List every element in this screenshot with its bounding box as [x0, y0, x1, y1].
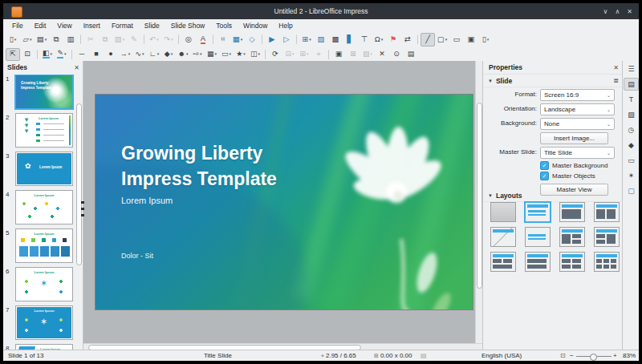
- zoom-fit-icon[interactable]: ⊡: [560, 352, 566, 359]
- sidebar-menu[interactable]: ☰: [624, 63, 639, 75]
- fill-color[interactable]: ◧: [40, 48, 55, 61]
- layout-four-content[interactable]: [559, 252, 585, 272]
- copy[interactable]: ⧉: [98, 33, 112, 47]
- image-filter[interactable]: ▨: [360, 48, 375, 61]
- menu-item[interactable]: Insert: [78, 19, 106, 31]
- tab-animation[interactable]: ✶: [624, 169, 639, 182]
- show-draw-functions[interactable]: ⇄: [400, 33, 415, 47]
- slide-subtitle-text[interactable]: Lorem Ipsum: [121, 196, 173, 205]
- new-slide[interactable]: ▯: [478, 33, 493, 47]
- cut[interactable]: ✂: [83, 33, 98, 47]
- separator[interactable]: [144, 34, 144, 44]
- slide-thumbnail-image[interactable]: Lorem Ipsum: [15, 267, 73, 301]
- layout-title-slide[interactable]: [525, 202, 551, 222]
- star-shapes[interactable]: ★: [234, 48, 248, 61]
- separator[interactable]: [37, 50, 38, 59]
- layout-two-content-and-content[interactable]: [594, 227, 620, 247]
- rotate[interactable]: ⟳: [268, 48, 282, 61]
- insert-line[interactable]: ╱: [421, 33, 435, 47]
- tab-gallery[interactable]: ▨: [624, 108, 639, 121]
- separator[interactable]: [71, 50, 72, 59]
- slide-thumbnail-image[interactable]: Lorem Ipsum: [15, 152, 73, 186]
- tab-navigator[interactable]: ◷: [624, 123, 639, 136]
- insert-chart[interactable]: ▋: [343, 33, 357, 47]
- insert-header-footer[interactable]: ▣: [464, 33, 478, 47]
- undo[interactable]: ↶: [147, 33, 161, 47]
- slide-thumbnail-1[interactable]: 1Growing Liberty Impress Template: [3, 75, 75, 109]
- insert-image-button[interactable]: Insert Image...: [540, 132, 608, 144]
- symbol-shapes[interactable]: ☻: [176, 48, 190, 61]
- current-slide[interactable]: Growing LibertyImpress Template Lorem Ip…: [95, 94, 473, 310]
- insert-image[interactable]: ▨: [314, 33, 328, 47]
- insert-fontwork[interactable]: ▭: [449, 33, 464, 47]
- layout-two-content-over-content[interactable]: [490, 252, 516, 272]
- scrollbar-thumb[interactable]: [76, 103, 82, 265]
- paste[interactable]: ▧: [112, 33, 127, 47]
- new[interactable]: ▯: [6, 33, 20, 47]
- tab-properties[interactable]: ▤: [624, 78, 639, 91]
- slide-thumbnail-2[interactable]: 2Lorem Ipsum: [3, 113, 75, 148]
- format-select[interactable]: Screen 16:9⌄: [540, 89, 615, 101]
- line-color[interactable]: ✎: [55, 48, 69, 61]
- arrange[interactable]: ⊞: [297, 48, 311, 61]
- tab-slide-transition[interactable]: ▭: [624, 154, 639, 167]
- clone-formatting[interactable]: ✎: [127, 33, 141, 47]
- separator[interactable]: [328, 50, 329, 59]
- insert-line[interactable]: ─: [75, 48, 89, 61]
- lines-and-arrows[interactable]: →: [118, 48, 132, 61]
- 3d-objects[interactable]: ◫: [248, 48, 262, 61]
- layout-title-two-content[interactable]: [594, 202, 620, 222]
- tab-master-slides[interactable]: ▢: [624, 184, 639, 197]
- slide-thumbnail-image[interactable]: Lorem Ipsum: [15, 305, 73, 340]
- slide-thumbnail-image[interactable]: Lorem Ipsum: [15, 229, 73, 263]
- title-bar[interactable]: Untitled 2 - LibreOffice Impress ∨∧✕: [3, 3, 639, 19]
- zoom-and-pan[interactable]: ⊡: [20, 48, 35, 61]
- basic-shapes[interactable]: ▢: [435, 33, 449, 47]
- slide-thumbnail-image[interactable]: Lorem Ipsum: [15, 190, 73, 224]
- separator[interactable]: [262, 34, 262, 44]
- menu-item[interactable]: Edit: [29, 19, 52, 31]
- menu-item[interactable]: Window: [238, 19, 273, 31]
- minimize-button[interactable]: ∨: [603, 8, 608, 15]
- find-and-replace[interactable]: ◎: [181, 33, 196, 47]
- zoom-percentage[interactable]: 83%: [623, 352, 636, 359]
- slide-thumbnail-image[interactable]: Lorem Ipsum: [15, 113, 73, 148]
- zoom-out-icon[interactable]: −: [570, 352, 574, 359]
- orientation-select[interactable]: Landscape⌄: [540, 103, 615, 115]
- menu-item[interactable]: Slide: [139, 19, 165, 31]
- ellipse[interactable]: ●: [104, 48, 118, 61]
- crop-image[interactable]: ⊠: [346, 48, 360, 61]
- layout-content-over-content[interactable]: [525, 252, 551, 272]
- slide-canvas[interactable]: Growing LibertyImpress Template Lorem Ip…: [83, 61, 482, 343]
- layout-six-content[interactable]: [594, 252, 620, 272]
- layout-centered-text[interactable]: [525, 227, 551, 247]
- connectors[interactable]: ∟: [147, 48, 161, 61]
- redo[interactable]: ↷: [161, 33, 176, 47]
- tab-styles[interactable]: T: [624, 93, 639, 106]
- panel-splitter-handle[interactable]: [81, 201, 84, 217]
- menu-item[interactable]: Help: [273, 19, 298, 31]
- layout-blank[interactable]: [490, 202, 516, 222]
- close-icon[interactable]: ✕: [613, 64, 619, 71]
- rectangle[interactable]: ■: [89, 48, 104, 61]
- print[interactable]: ▥: [63, 33, 78, 47]
- separator[interactable]: [213, 34, 213, 44]
- insert-special-character[interactable]: Ω: [372, 33, 386, 47]
- export-as-pdf[interactable]: ⧉: [49, 33, 63, 47]
- save[interactable]: ▤: [35, 33, 49, 47]
- layout-content-and-two-content[interactable]: [559, 227, 585, 247]
- menu-item[interactable]: Format: [106, 19, 139, 31]
- insert-hyperlink[interactable]: ⚑: [386, 33, 400, 47]
- layouts-section-header[interactable]: ▼ Layouts: [483, 189, 623, 202]
- slide-footer-text[interactable]: Dolor - Sit: [121, 252, 153, 260]
- menu-item[interactable]: Slide Show: [165, 19, 211, 31]
- menu-item[interactable]: View: [51, 19, 77, 31]
- spelling[interactable]: A: [196, 33, 210, 47]
- points[interactable]: ✕: [375, 48, 389, 61]
- zoom-in-icon[interactable]: +: [613, 352, 617, 359]
- slide-thumbnail-7[interactable]: 7Lorem Ipsum: [3, 305, 75, 340]
- template-name[interactable]: Title Slide: [204, 352, 232, 359]
- slide-thumbnail-4[interactable]: 4Lorem Ipsum: [3, 190, 75, 224]
- master-background-checkbox[interactable]: ✓Master Background: [483, 160, 623, 171]
- separator[interactable]: [417, 34, 418, 44]
